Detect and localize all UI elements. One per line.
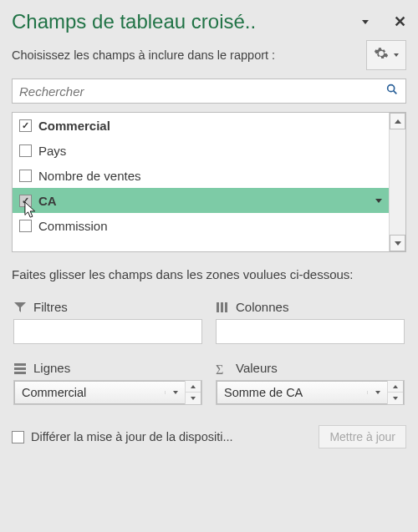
chevron-down-icon bbox=[395, 241, 401, 246]
rows-icon bbox=[13, 362, 27, 374]
drag-instruction-label: Faites glisser les champs dans les zones… bbox=[12, 266, 406, 283]
footer-row: Différer la mise à jour de la dispositi.… bbox=[12, 425, 406, 448]
field-label: Commission bbox=[38, 219, 108, 233]
field-label: CA bbox=[38, 194, 57, 208]
field-row-commission[interactable]: Commission bbox=[13, 213, 389, 238]
zone-title: Colonnes bbox=[236, 300, 288, 314]
chevron-up-icon bbox=[395, 119, 401, 124]
field-list: Commercial Pays Nombre de ventes CA Comm… bbox=[12, 112, 406, 252]
field-row-ca[interactable]: CA bbox=[13, 188, 389, 213]
tools-button[interactable] bbox=[366, 40, 406, 70]
svg-rect-7 bbox=[14, 372, 26, 374]
sigma-icon: Σ bbox=[216, 362, 229, 374]
field-label: Commercial bbox=[38, 119, 110, 133]
chevron-down-icon bbox=[375, 391, 380, 394]
svg-line-1 bbox=[394, 91, 397, 94]
spin-up[interactable] bbox=[186, 381, 201, 393]
field-checkbox[interactable] bbox=[19, 195, 32, 207]
field-label: Nombre de ventes bbox=[38, 169, 141, 183]
rows-drop-well[interactable]: Commercial bbox=[13, 380, 202, 405]
gear-icon bbox=[374, 46, 389, 64]
pill-spinner bbox=[387, 381, 403, 404]
scroll-up-button[interactable] bbox=[390, 113, 405, 129]
svg-rect-5 bbox=[14, 363, 26, 366]
pane-title: Champs de tableau croisé.. bbox=[12, 10, 350, 33]
field-list-scrollbar[interactable] bbox=[389, 113, 405, 251]
field-checkbox[interactable] bbox=[19, 220, 32, 232]
close-icon[interactable]: ✕ bbox=[394, 13, 406, 31]
search-box[interactable] bbox=[12, 79, 406, 104]
chevron-down-icon bbox=[191, 397, 196, 400]
defer-label: Différer la mise à jour de la dispositi.… bbox=[31, 430, 312, 443]
pill-label: Commercial bbox=[15, 386, 165, 399]
search-icon[interactable] bbox=[385, 83, 399, 99]
pill-dropdown[interactable] bbox=[367, 391, 387, 394]
scroll-track[interactable] bbox=[390, 129, 405, 235]
field-checkbox[interactable] bbox=[19, 119, 32, 132]
svg-point-0 bbox=[388, 85, 395, 92]
zone-title: Valeurs bbox=[236, 361, 278, 375]
zone-title: Filtres bbox=[33, 300, 68, 314]
chevron-up-icon bbox=[191, 385, 196, 388]
drop-zones: Filtres Colonnes Lignes Commercial bbox=[12, 291, 406, 413]
scroll-down-button[interactable] bbox=[390, 235, 405, 251]
field-row-pays[interactable]: Pays bbox=[13, 138, 389, 163]
instruction-row: Choisissez les champs à inclure dans le … bbox=[12, 40, 406, 70]
choose-fields-label: Choisissez les champs à inclure dans le … bbox=[12, 48, 366, 62]
columns-icon bbox=[216, 301, 229, 313]
field-row-nombre-de-ventes[interactable]: Nombre de ventes bbox=[13, 163, 389, 188]
values-pill-somme-ca[interactable]: Somme de CA bbox=[217, 381, 404, 404]
field-checkbox[interactable] bbox=[19, 170, 32, 182]
chevron-up-icon bbox=[393, 385, 398, 388]
svg-rect-2 bbox=[217, 302, 219, 312]
svg-rect-3 bbox=[221, 302, 223, 312]
chevron-down-icon bbox=[393, 397, 398, 400]
pane-header: Champs de tableau croisé.. ✕ bbox=[12, 10, 406, 33]
field-checkbox[interactable] bbox=[19, 144, 32, 157]
field-dropdown-icon[interactable] bbox=[375, 199, 382, 203]
zone-rows: Lignes Commercial bbox=[12, 352, 209, 413]
pill-spinner bbox=[185, 381, 201, 404]
spin-down[interactable] bbox=[186, 393, 201, 404]
field-row-commercial[interactable]: Commercial bbox=[13, 113, 389, 138]
filters-drop-well[interactable] bbox=[13, 319, 202, 344]
svg-rect-4 bbox=[225, 302, 227, 312]
title-dropdown-icon[interactable] bbox=[362, 20, 369, 24]
spin-up[interactable] bbox=[388, 381, 403, 393]
field-label: Pays bbox=[38, 144, 66, 158]
spin-down[interactable] bbox=[388, 393, 403, 404]
columns-drop-well[interactable] bbox=[216, 319, 405, 344]
values-drop-well[interactable]: Somme de CA bbox=[216, 380, 405, 405]
pill-dropdown[interactable] bbox=[165, 391, 185, 394]
chevron-down-icon bbox=[394, 53, 399, 57]
zone-values: Σ Valeurs Somme de CA bbox=[209, 352, 406, 413]
zone-filters: Filtres bbox=[12, 291, 209, 352]
zone-columns: Colonnes bbox=[209, 291, 406, 352]
svg-rect-6 bbox=[14, 367, 26, 370]
pill-label: Somme de CA bbox=[217, 386, 367, 399]
filter-icon bbox=[13, 301, 27, 313]
search-input[interactable] bbox=[19, 84, 385, 99]
chevron-down-icon bbox=[173, 391, 178, 394]
defer-checkbox[interactable] bbox=[12, 431, 24, 443]
zone-title: Lignes bbox=[33, 361, 70, 375]
update-button[interactable]: Mettre à jour bbox=[319, 425, 406, 448]
rows-pill-commercial[interactable]: Commercial bbox=[14, 381, 201, 404]
